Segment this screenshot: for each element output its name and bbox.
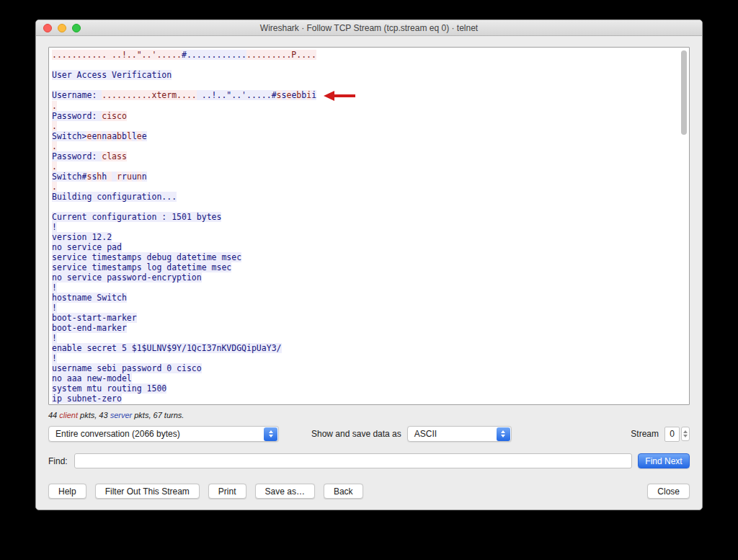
stream-line: ! [52,333,677,343]
server-data: ..!.."..'.....# [197,90,277,100]
annotation-arrow-icon [324,91,357,101]
server-data: ! [52,303,57,313]
server-data: u [132,172,137,182]
stream-line: ! [52,283,677,293]
stream-line: . [52,182,677,192]
find-next-button[interactable]: Find Next [638,453,690,468]
scrollbar-thumb[interactable] [681,50,687,135]
client-data: cisco [102,111,127,121]
stream-line: boot-end-marker [52,323,677,333]
client-data: . [52,101,57,111]
stream-line: Switch#sshh rruunn [52,172,677,182]
footer-button-back[interactable]: Back [324,484,363,499]
hint-segment-client: client [59,411,78,419]
client-data: . [52,182,57,192]
scrollbar[interactable] [680,48,688,405]
server-data: i [311,90,316,100]
find-row: Find: Find Next [48,453,690,468]
stream-text-area[interactable]: ........... ..!.."..'.....#.............… [48,47,690,405]
footer-button-filter-out-this-stream[interactable]: Filter Out This Stream [95,484,200,499]
server-data: Current configuration : 1501 bytes [52,212,221,222]
stream-line: Switch>eennaabbllee [52,131,677,141]
server-data: Password: [52,111,102,121]
server-data: ! [52,283,57,293]
server-data: l [132,131,137,141]
stream-line: ........... ..!.."..'.....#.............… [52,50,677,60]
server-data: n [142,172,147,182]
stream-line: service timestamps debug datetime msec [52,252,677,262]
conversation-select[interactable]: Entire conversation (2066 bytes) [48,426,279,442]
stream-line: version 12.2 [52,232,677,242]
server-data: username sebi password 0 cisco [52,363,202,373]
chevron-up-down-icon [497,427,510,441]
server-data: ! [52,222,57,232]
hint-segment-plain: 67 turns. [154,411,184,419]
stream-line: . [52,141,677,151]
server-data: ! [52,333,57,343]
packet-count-hint: 44 client pkts, 43 server pkts, 67 turns… [48,411,690,419]
stream-line: Password: class [52,151,677,161]
stream-lines: ........... ..!.."..'.....#.............… [52,50,677,404]
titlebar[interactable]: Wireshark · Follow TCP Stream (tcp.strea… [36,20,702,36]
server-data: Username: [52,90,102,100]
server-data: Switch# [52,172,86,182]
format-select[interactable]: ASCII [407,426,512,442]
zoom-window-icon[interactable] [72,24,81,32]
client-data: e [137,131,142,141]
client-data: l [127,131,132,141]
find-input[interactable] [74,453,632,468]
stream-line: User Access Verification [52,70,677,80]
client-data: class [102,151,127,161]
server-data: no service pad [52,242,122,252]
close-window-icon[interactable] [43,24,52,32]
client-data: . [52,161,57,172]
server-data: no service password-encryption [52,272,202,283]
stream-line: no aaa new-model [52,373,677,383]
stream-line: . [52,161,677,172]
server-data: no aaa new-model [52,373,132,383]
hint-segment-server: server [110,411,133,419]
server-data: ip subnet-zero [52,394,122,404]
client-data: n [137,172,142,182]
server-data: version 12.2 [52,232,112,242]
hint-segment-plain: pkts, [78,411,99,419]
server-data: Building configuration... [52,192,177,202]
stream-stepper[interactable] [681,427,690,441]
hint-segment-plain: 43 [99,411,110,419]
client-data: .........P.... [246,50,316,60]
client-data: . [52,121,57,131]
stream-number-input[interactable]: 0 [664,427,680,442]
conversation-select-value: Entire conversation (2066 bytes) [55,429,180,439]
server-data: boot-start-marker [52,313,137,323]
stream-line: system mtu routing 1500 [52,383,677,394]
hint-segment-plain: pkts, [132,411,153,419]
minimize-window-icon[interactable] [58,24,66,32]
stream-line: hostname Switch [52,293,677,303]
window-title: Wireshark · Follow TCP Stream (tcp.strea… [260,23,478,33]
format-select-value: ASCII [414,429,437,439]
footer-button-print[interactable]: Print [208,484,246,499]
footer-button-save-as[interactable]: Save as… [255,484,315,499]
server-data: e [142,131,147,141]
hint-segment-plain: 44 [48,411,59,419]
footer-button-help[interactable]: Help [48,484,86,499]
stream-line: Password: cisco [52,111,677,121]
close-button[interactable]: Close [647,484,690,499]
server-data: service timestamps log datetime msec [52,262,231,272]
server-data: boot-end-marker [52,323,127,333]
stream-line: username sebi password 0 cisco [52,363,677,373]
stream-line: . [52,101,677,111]
follow-tcp-stream-window: Wireshark · Follow TCP Stream (tcp.strea… [35,19,703,510]
stream-line: ! [52,353,677,363]
client-data: b [117,131,122,141]
stream-line: Username: ..........xterm.... ..!.."..'.… [52,90,677,101]
stream-line [52,60,677,70]
server-data: #............ [182,50,246,60]
client-data: u [127,172,132,182]
stream-line: . [52,121,677,131]
stream-line: no service pad [52,242,677,252]
server-data: service timestamps debug datetime msec [52,252,241,262]
show-save-label: Show and save data as [311,429,401,439]
stream-line: Current configuration : 1501 bytes [52,212,677,222]
stream-label: Stream [631,429,659,439]
